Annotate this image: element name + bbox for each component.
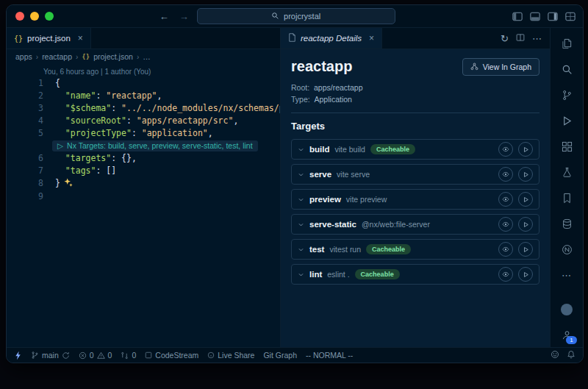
codestream-item[interactable]: CodeStream — [145, 351, 198, 360]
line-content: } — [55, 177, 73, 190]
branch-item[interactable]: main — [31, 351, 70, 360]
account-icon[interactable]: 1 — [558, 326, 576, 343]
command-center-search[interactable]: projcrystal — [197, 8, 395, 24]
code-line[interactable]: 8} — [7, 177, 280, 190]
view-target-button[interactable] — [498, 167, 513, 182]
split-editor-icon[interactable] — [516, 33, 525, 44]
database-icon[interactable] — [558, 215, 576, 232]
target-name: serve — [309, 170, 331, 179]
toggle-panel-icon[interactable] — [530, 12, 540, 21]
minimize-window-button[interactable] — [30, 12, 39, 21]
remote-indicator[interactable] — [14, 351, 22, 360]
cacheable-badge: Cacheable — [355, 269, 400, 279]
extensions-icon[interactable] — [558, 138, 576, 154]
bookmark-icon[interactable] — [558, 190, 576, 206]
chevron-down-icon[interactable] — [298, 271, 304, 278]
type-value: Application — [315, 95, 352, 104]
bell-icon[interactable] — [567, 350, 576, 360]
search-icon[interactable] — [558, 61, 576, 77]
line-number: 1 — [7, 77, 55, 90]
view-target-button[interactable] — [498, 192, 513, 207]
toggle-secondary-sidebar-icon[interactable] — [548, 12, 558, 21]
code-line[interactable]: 7 "tags": [] — [7, 165, 280, 177]
run-target-button[interactable] — [518, 167, 533, 182]
target-row-lint[interactable]: linteslint .Cacheable — [291, 264, 539, 285]
line-content: "$schema": "../../node_modules/nx/schema… — [55, 102, 280, 115]
target-row-build[interactable]: buildvite buildCacheable — [291, 139, 539, 160]
close-window-button[interactable] — [15, 12, 24, 21]
project-type: Type: Application — [291, 93, 539, 105]
line-content: "tags": [] — [55, 165, 116, 177]
code-line[interactable]: 4 "sourceRoot": "apps/reactapp/src", — [7, 115, 280, 127]
more-actions-icon[interactable]: ⋯ — [532, 33, 542, 44]
copilot-sparkle-icon[interactable] — [64, 178, 73, 190]
chevron-down-icon[interactable] — [298, 196, 304, 203]
breadcrumb-item-apps[interactable]: apps — [15, 52, 32, 61]
code-line[interactable]: 1{ — [7, 77, 280, 90]
target-row-preview[interactable]: previewvite preview — [291, 189, 539, 210]
target-command: eslint . — [327, 270, 349, 279]
chevron-down-icon[interactable] — [298, 146, 304, 153]
avatar[interactable] — [558, 301, 576, 318]
view-target-button[interactable] — [498, 267, 513, 282]
target-row-serve-static[interactable]: serve-static@nx/web:file-server — [291, 214, 539, 235]
more-views-icon[interactable]: ⋯ — [558, 267, 576, 283]
toggle-primary-sidebar-icon[interactable] — [512, 12, 523, 21]
run-target-button[interactable] — [518, 217, 533, 232]
code-line[interactable]: 3 "$schema": "../../node_modules/nx/sche… — [7, 102, 280, 115]
debug-icon[interactable] — [558, 113, 576, 129]
git-graph-label: Git Graph — [263, 351, 297, 360]
source-control-icon[interactable] — [558, 87, 576, 103]
nx-targets-hint[interactable]: ▷Nx Targets: build, serve, preview, serv… — [52, 140, 258, 151]
codelens-annotation[interactable]: You, 6 hours ago | 1 author (You) — [43, 66, 280, 77]
live-share-label: Live Share — [218, 351, 254, 360]
git-changes-item[interactable]: 0 — [121, 351, 136, 360]
files-icon[interactable] — [558, 35, 576, 51]
customize-layout-icon[interactable] — [565, 12, 576, 21]
target-row-test[interactable]: testvitest runCacheable — [291, 239, 539, 260]
view-target-button[interactable] — [498, 217, 513, 232]
run-target-button[interactable] — [518, 242, 533, 257]
code-line[interactable]: 5 "projectType": "application", — [7, 127, 280, 140]
breadcrumb-item-symbol[interactable]: … — [143, 52, 151, 61]
view-in-graph-button[interactable]: View In Graph — [462, 58, 539, 76]
project-root: Root: apps/reactapp — [291, 82, 539, 93]
code-editor[interactable]: You, 6 hours ago | 1 author (You)1{2 "na… — [7, 64, 280, 347]
code-line[interactable]: 2 "name": "reactapp", — [7, 90, 280, 102]
live-share-item[interactable]: Live Share — [207, 351, 254, 360]
changes-count: 0 — [132, 351, 136, 360]
tab-project-json[interactable]: {} project.json × — [7, 28, 91, 49]
target-row-serve[interactable]: servevite serve — [291, 164, 539, 185]
target-command: vite preview — [346, 195, 387, 204]
refresh-icon[interactable]: ↻ — [501, 33, 509, 44]
zoom-window-button[interactable] — [45, 12, 54, 21]
breadcrumb-item-file[interactable]: project.json — [93, 52, 133, 61]
chevron-down-icon[interactable] — [298, 221, 304, 228]
navigate-back-button[interactable]: ← — [157, 12, 171, 21]
navigate-forward-button[interactable]: → — [177, 12, 191, 21]
breadcrumb-item-reactapp[interactable]: reactapp — [42, 52, 72, 61]
test-flask-icon[interactable] — [558, 164, 576, 180]
run-target-button[interactable] — [518, 267, 533, 282]
nx-console-icon[interactable] — [558, 241, 576, 257]
vim-mode-label: -- NORMAL -- — [306, 351, 353, 360]
code-line[interactable]: 9 — [7, 190, 280, 203]
view-in-graph-label: View In Graph — [483, 63, 531, 71]
view-target-button[interactable] — [498, 142, 513, 157]
tab-reactapp-details[interactable]: reactapp Details × — [281, 28, 382, 49]
run-target-button[interactable] — [518, 142, 533, 157]
run-target-button[interactable] — [518, 192, 533, 207]
code-line[interactable]: 6 "targets": {}, — [7, 152, 280, 165]
warning-icon — [97, 351, 105, 360]
feedback-icon[interactable] — [551, 350, 559, 360]
details-page-icon — [288, 33, 296, 43]
breadcrumb: apps › reactapp › {} project.json › … — [7, 49, 280, 64]
close-tab-icon[interactable]: × — [78, 33, 83, 43]
close-tab-icon[interactable]: × — [369, 33, 374, 43]
chevron-down-icon[interactable] — [298, 171, 304, 178]
chevron-down-icon[interactable] — [298, 246, 304, 253]
view-target-button[interactable] — [498, 242, 513, 257]
git-graph-item[interactable]: Git Graph — [263, 351, 297, 360]
vim-mode-item[interactable]: -- NORMAL -- — [306, 351, 353, 360]
problems-item[interactable]: 0 0 — [79, 351, 112, 360]
